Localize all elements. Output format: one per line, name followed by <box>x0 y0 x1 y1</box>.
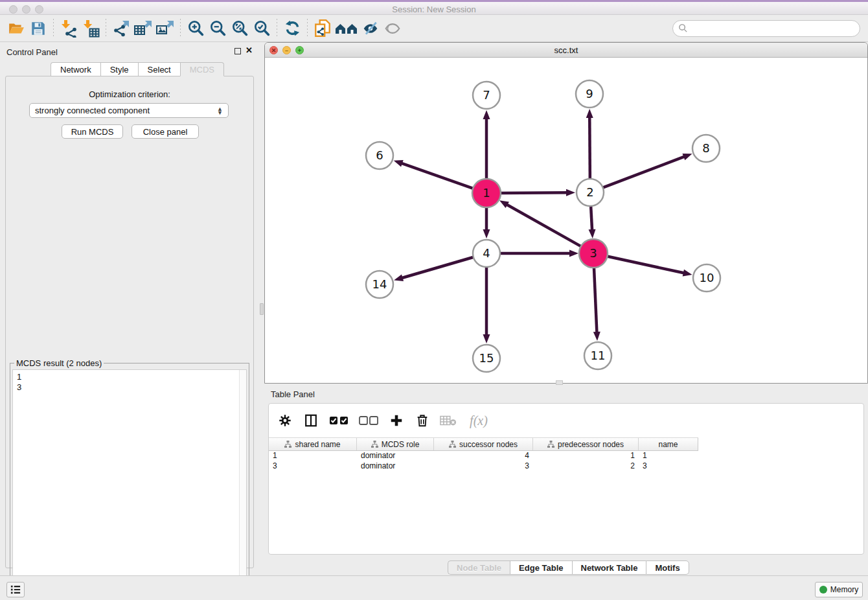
column-header-predecessor-nodes[interactable]: predecessor nodes <box>533 438 639 450</box>
save-session-icon <box>30 20 47 37</box>
graph-edge-arrowhead <box>483 110 490 119</box>
graph-edge-2-3[interactable] <box>591 204 592 231</box>
refresh-icon <box>284 19 301 37</box>
cell-mcds-role: dominator <box>357 461 434 472</box>
graph-edge-4-14[interactable] <box>402 257 475 278</box>
graph-node-6[interactable]: 6 <box>366 142 393 169</box>
graph-node-14[interactable]: 14 <box>366 271 393 298</box>
cell-shared-name: 1 <box>269 451 357 461</box>
splitter-grip[interactable] <box>260 303 264 315</box>
graph-edge-2-9[interactable] <box>589 117 590 181</box>
tab-network-table[interactable]: Network Table <box>572 560 646 575</box>
zoom-selected-button[interactable] <box>251 17 273 40</box>
export-table-button[interactable] <box>132 17 154 40</box>
graph-edge-1-6[interactable] <box>401 163 475 189</box>
horizontal-splitter-grip[interactable] <box>556 380 563 385</box>
memory-button[interactable]: Memory <box>815 582 863 597</box>
panel-splitter[interactable] <box>259 42 264 575</box>
select-all-button[interactable] <box>328 412 349 429</box>
graph-node-3[interactable]: 3 <box>579 239 608 268</box>
mcds-result-fieldset: MCDS result (2 nodes) 1 3 <box>10 363 249 600</box>
optimization-criterion-select[interactable]: strongly connected component ▲▼ <box>29 103 229 118</box>
graph-node-2[interactable]: 2 <box>577 179 604 206</box>
graph-node-label: 3 <box>589 246 597 260</box>
toolbar-separator <box>106 19 106 38</box>
graph-edge-2-8[interactable] <box>601 156 685 188</box>
column-header-mcds-role[interactable]: MCDS role <box>357 438 434 450</box>
attribute-tree-icon <box>449 441 456 448</box>
graph-node-7[interactable]: 7 <box>473 82 500 109</box>
search-box[interactable] <box>672 20 860 37</box>
graph-edge-arrowhead <box>566 189 575 196</box>
graph-edge-3-1[interactable] <box>506 204 583 248</box>
table-row[interactable]: 1 dominator 4 1 1 <box>269 451 698 461</box>
graph-node-11[interactable]: 11 <box>584 342 611 369</box>
network-window-titlebar[interactable]: ✕ – + scc.txt <box>265 43 867 58</box>
search-input[interactable] <box>688 22 860 35</box>
export-image-button[interactable] <box>154 17 176 40</box>
open-session-button[interactable] <box>5 17 27 40</box>
table-toolbar: f(x) <box>277 409 492 432</box>
chevron-up-down-icon: ▲▼ <box>217 107 223 115</box>
column-header-name[interactable]: name <box>639 438 698 450</box>
tab-node-table[interactable]: Node Table <box>448 560 510 575</box>
graph-node-4[interactable]: 4 <box>473 240 500 267</box>
hide-panels-button[interactable] <box>334 17 360 40</box>
tab-select[interactable]: Select <box>138 62 180 76</box>
float-panel-icon[interactable] <box>234 48 241 54</box>
trash-icon <box>415 413 429 428</box>
graph-edge-arrowhead <box>683 270 692 277</box>
table-row[interactable]: 3 dominator 3 2 3 <box>269 461 698 472</box>
column-header-successor-nodes[interactable]: successor nodes <box>434 438 533 450</box>
attribute-tree-icon <box>371 441 378 448</box>
clone-network-button[interactable] <box>312 17 334 40</box>
zoom-fit-icon <box>231 19 249 37</box>
presentation-button[interactable] <box>382 17 404 40</box>
run-mcds-button[interactable]: Run MCDS <box>62 124 123 139</box>
network-view-window: ✕ – + scc.txt 7968124314101511 <box>264 42 868 384</box>
graph-node-label: 1 <box>483 186 490 200</box>
tab-motifs[interactable]: Motifs <box>646 560 689 575</box>
zoom-out-button[interactable] <box>207 17 229 40</box>
tab-style[interactable]: Style <box>100 62 138 76</box>
graph-node-10[interactable]: 10 <box>693 264 720 292</box>
graph-edge-3-10[interactable] <box>605 256 685 273</box>
save-session-button[interactable] <box>27 17 49 40</box>
import-table-icon <box>82 19 100 38</box>
tab-edge-table[interactable]: Edge Table <box>510 560 571 575</box>
attribute-tree-icon <box>284 441 291 448</box>
graph-edge-1-2[interactable] <box>498 192 567 193</box>
panel-mode-button[interactable] <box>303 412 319 429</box>
delete-table-button[interactable] <box>440 412 457 429</box>
import-table-button[interactable] <box>80 17 102 40</box>
graph-node-9[interactable]: 9 <box>576 80 603 108</box>
zoom-in-button[interactable] <box>185 17 207 40</box>
export-network-button[interactable] <box>110 17 132 40</box>
control-panel-tabs: Network Style Select MCDS <box>51 62 224 76</box>
zoom-out-icon <box>209 19 227 37</box>
graph-node-15[interactable]: 15 <box>473 345 500 372</box>
table-options-button[interactable] <box>277 412 293 429</box>
close-panel-button[interactable]: Close panel <box>131 124 199 139</box>
add-column-button[interactable] <box>388 412 405 429</box>
zoom-fit-button[interactable] <box>229 17 251 40</box>
graph-node-1[interactable]: 1 <box>472 179 501 207</box>
refresh-button[interactable] <box>281 17 303 40</box>
network-canvas[interactable]: 7968124314101511 <box>265 58 867 383</box>
graph-node-8[interactable]: 8 <box>692 135 720 162</box>
column-header-shared-name[interactable]: shared name <box>269 438 357 450</box>
mcds-result-list[interactable]: 1 3 <box>12 369 247 600</box>
toolbar-separator <box>53 19 54 38</box>
scrollbar[interactable] <box>239 370 246 600</box>
import-network-button[interactable] <box>58 17 80 40</box>
tab-network[interactable]: Network <box>51 62 100 76</box>
delete-table-icon <box>440 414 457 427</box>
graph-edge-3-11[interactable] <box>594 265 597 333</box>
graphics-details-button[interactable] <box>360 17 382 40</box>
function-builder-button[interactable]: f(x) <box>466 412 492 429</box>
task-history-button[interactable] <box>6 582 25 597</box>
deselect-all-button[interactable] <box>358 412 379 429</box>
tab-mcds[interactable]: MCDS <box>180 62 224 76</box>
close-panel-icon[interactable]: ✕ <box>246 46 253 55</box>
delete-column-button[interactable] <box>414 412 431 429</box>
